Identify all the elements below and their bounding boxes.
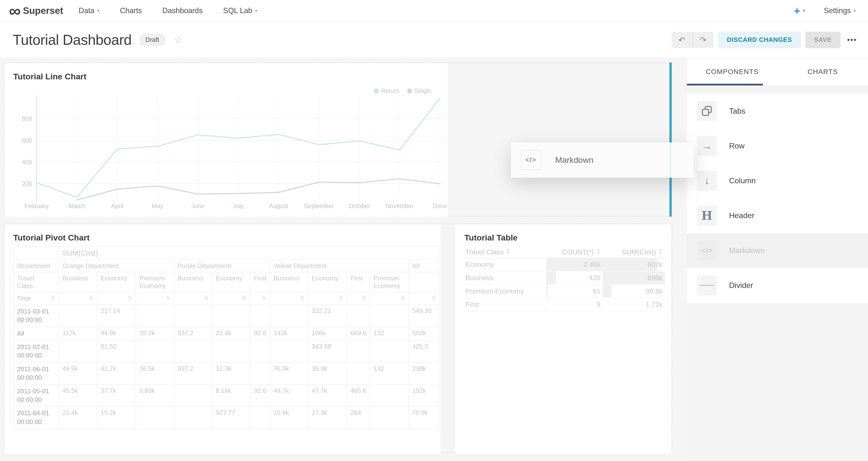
pivot-department-group: Yellow Department bbox=[270, 260, 409, 272]
sort-icon[interactable]: ⇅ bbox=[242, 295, 247, 301]
svg-text:June: June bbox=[191, 203, 205, 209]
table-header-count-[interactable]: COUNT(*) bbox=[546, 246, 603, 258]
sort-icon[interactable]: ⇅ bbox=[431, 295, 436, 301]
row-icon: → bbox=[697, 136, 717, 156]
pivot-value-cell: 81.52 bbox=[97, 340, 136, 362]
pivot-value-cell: 21.4k bbox=[59, 406, 97, 429]
pivot-value-cell: 15.2k bbox=[97, 406, 136, 429]
pivot-time-header[interactable]: Time⇅ bbox=[13, 292, 59, 305]
tab-components[interactable]: COMPONENTS bbox=[687, 58, 777, 86]
sidebar-item-divider[interactable]: Divider bbox=[687, 268, 868, 303]
nav-item-charts[interactable]: Charts bbox=[120, 6, 142, 15]
brand-name: Superset bbox=[23, 5, 63, 16]
tab-charts[interactable]: CHARTS bbox=[777, 58, 868, 86]
more-menu-icon[interactable]: ••• bbox=[847, 35, 857, 44]
pivot-sort-cell[interactable]: ⇅ bbox=[270, 292, 308, 305]
table-header-travel-class[interactable]: Travel Class bbox=[463, 246, 546, 258]
pivot-value-cell bbox=[59, 340, 97, 362]
sidebar-item-header[interactable]: HHeader bbox=[687, 198, 868, 233]
sidebar-item-label: Divider bbox=[729, 281, 753, 290]
pivot-value-cell: 37.7k bbox=[97, 385, 136, 407]
sort-icon[interactable]: ⇅ bbox=[362, 295, 366, 301]
pivot-value-cell bbox=[250, 406, 270, 429]
pivot-value-cell: 117k bbox=[59, 327, 97, 340]
chevron-down-icon: ▾ bbox=[255, 8, 257, 13]
sidebar-item-tabs[interactable]: Tabs bbox=[687, 93, 868, 128]
dashboard-row-1[interactable]: Tutorial Line Chart ReturnSingle 2004006… bbox=[4, 63, 672, 216]
pivot-sort-cell[interactable]: ⇅ bbox=[409, 292, 439, 305]
pivot-sort-cell[interactable]: ⇅ bbox=[136, 292, 174, 305]
cell-travel-class: Economy bbox=[463, 258, 546, 271]
pivot-value-cell: 332.21 bbox=[308, 305, 347, 327]
sort-icon[interactable]: ⇅ bbox=[89, 295, 93, 301]
sort-icon[interactable]: ⇅ bbox=[300, 295, 304, 301]
sort-icon[interactable]: ⇅ bbox=[339, 295, 343, 301]
pivot-travel-class-col: First bbox=[250, 272, 270, 292]
header-label: COUNT(*) bbox=[562, 248, 594, 256]
page-title[interactable]: Tutorial Dashboard bbox=[13, 31, 131, 48]
sort-icon[interactable]: ⇅ bbox=[204, 295, 209, 301]
superset-logo[interactable]: ∞ Superset bbox=[9, 3, 63, 19]
pivot-table: SUM(Cost)DepartmentOrange DepartmentPurp… bbox=[13, 246, 440, 429]
chart-title: Tutorial Table bbox=[464, 233, 518, 242]
table-header-sum-cost-[interactable]: SUM(Cost) bbox=[603, 246, 665, 258]
pivot-sort-cell[interactable]: ⇅ bbox=[97, 292, 136, 305]
pivot-sort-cell[interactable]: ⇅ bbox=[370, 292, 409, 305]
undo-button[interactable]: ↶ bbox=[672, 32, 692, 48]
pivot-sort-cell[interactable]: ⇅ bbox=[250, 292, 270, 305]
cell-count: 2.46k bbox=[546, 258, 603, 271]
pivot-travel-class-col: Economy bbox=[212, 272, 250, 292]
sidebar-item-row[interactable]: →Row bbox=[687, 128, 868, 163]
sort-icon[interactable]: ⇅ bbox=[127, 295, 132, 301]
table-chart-card[interactable]: Tutorial Table Travel ClassCOUNT(*)SUM(C… bbox=[456, 224, 671, 454]
pivot-value-cell: 76.9k bbox=[270, 362, 308, 385]
nav-item-data[interactable]: Data▾ bbox=[79, 6, 99, 15]
sort-icon[interactable]: ⇅ bbox=[261, 295, 266, 301]
chevron-down-icon: ▾ bbox=[97, 8, 99, 13]
pivot-sort-cell[interactable]: ⇅ bbox=[59, 292, 97, 305]
nav-item-dashboards[interactable]: Dashboards bbox=[162, 6, 203, 15]
cell-sum: 1.71k bbox=[603, 298, 665, 311]
sort-icon[interactable]: ⇅ bbox=[166, 295, 170, 301]
nav-item-sql-lab[interactable]: SQL Lab▾ bbox=[223, 6, 257, 15]
pivot-department-label: Department bbox=[13, 260, 59, 272]
pivot-chart-card[interactable]: Tutorial Pivot Chart SUM(Cost)Department… bbox=[4, 224, 441, 454]
pivot-travel-class-col: Premium Economy bbox=[136, 272, 174, 292]
favorite-star-icon[interactable]: ☆ bbox=[174, 34, 183, 45]
plus-icon: + bbox=[794, 5, 800, 17]
pivot-value-cell: 238k bbox=[409, 362, 439, 385]
sort-icon[interactable] bbox=[506, 249, 510, 254]
settings-label: Settings bbox=[824, 6, 851, 15]
chevron-down-icon: ▾ bbox=[854, 8, 856, 13]
pivot-value-cell bbox=[370, 385, 409, 407]
discard-changes-button[interactable]: DISCARD CHANGES bbox=[718, 32, 801, 48]
dashboard-row-2[interactable]: Tutorial Pivot Chart SUM(Cost)Department… bbox=[4, 224, 672, 453]
pivot-sort-cell[interactable]: ⇅ bbox=[174, 292, 212, 305]
sidebar-item-column[interactable]: ↓Column bbox=[687, 163, 868, 198]
sidebar-item-markdown[interactable]: </>Markdown bbox=[687, 233, 868, 268]
legend-item-single[interactable]: Single bbox=[407, 87, 431, 94]
pivot-value-cell: 549.35 bbox=[409, 305, 439, 327]
drop-indicator-line bbox=[670, 63, 672, 217]
redo-button[interactable]: ↷ bbox=[692, 32, 713, 48]
pivot-sort-cell[interactable]: ⇅ bbox=[212, 292, 250, 305]
legend-item-return[interactable]: Return bbox=[374, 87, 399, 94]
pivot-row: All117k94.9k19.2k937.221.4k92.6142k106k6… bbox=[13, 327, 439, 340]
dragged-markdown-component[interactable]: </> Markdown bbox=[511, 143, 694, 178]
pivot-sort-cell[interactable]: ⇅ bbox=[347, 292, 370, 305]
save-button[interactable]: SAVE bbox=[805, 32, 840, 48]
pivot-sort-cell[interactable]: ⇅ bbox=[308, 292, 347, 305]
pivot-value-cell bbox=[212, 305, 250, 327]
sort-icon[interactable]: ⇅ bbox=[51, 295, 55, 301]
new-item-button[interactable]: + ▾ bbox=[794, 5, 805, 17]
sort-icon[interactable]: ⇅ bbox=[401, 295, 405, 301]
pivot-value-cell bbox=[136, 340, 174, 362]
svg-text:July: July bbox=[233, 203, 244, 209]
pivot-value-cell: 2.69k bbox=[136, 385, 174, 407]
line-chart-card[interactable]: Tutorial Line Chart ReturnSingle 2004006… bbox=[4, 63, 448, 217]
table-row: Premium Economy6199.8k bbox=[463, 284, 665, 298]
settings-menu[interactable]: Settings ▾ bbox=[824, 6, 856, 15]
sort-icon[interactable] bbox=[659, 249, 662, 254]
sort-icon[interactable] bbox=[597, 249, 600, 254]
tabs-icon bbox=[697, 101, 717, 121]
